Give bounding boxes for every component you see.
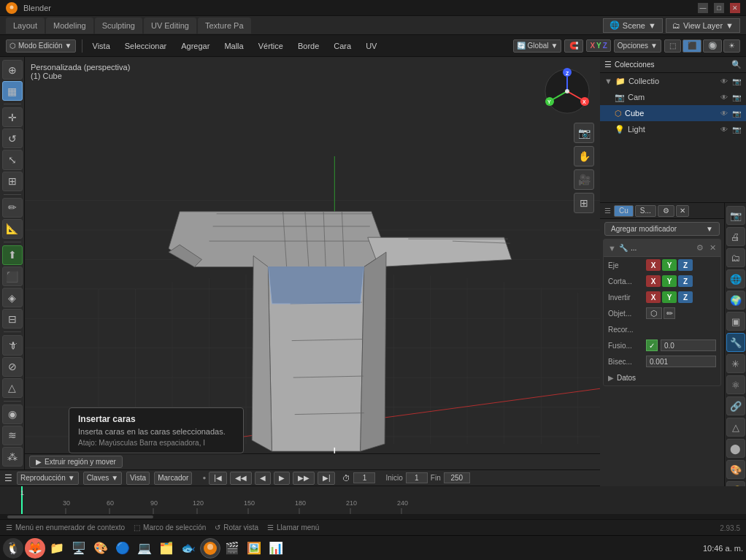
menu-face[interactable]: Cara [329,40,355,52]
object-props-icon[interactable]: ▣ [726,312,745,331]
output-props-icon[interactable]: 🖨 [726,227,745,246]
menu-mesh[interactable]: Malla [220,40,247,52]
outliner-cube[interactable]: ⬡ Cube 👁 📷 [600,105,746,121]
select-tool[interactable]: ▦ [2,81,23,101]
object-edit-btn[interactable]: ✏ [664,307,675,319]
bisect-value-input[interactable]: 0.001 [646,356,716,367]
taskbar-chart[interactable]: 📊 [266,538,286,559]
options-button[interactable]: Opciones ▼ [614,39,661,53]
taskbar-terminal[interactable]: 💻 [134,538,155,559]
data-props-icon[interactable]: △ [726,418,745,437]
modifier-close-icon[interactable]: ✕ [710,243,716,253]
zoom-camera-btn[interactable]: 📷 [574,123,594,143]
light-visibility-icon[interactable]: 👁 [719,124,729,134]
transform-tool[interactable]: ⊞ [2,172,23,191]
taskbar-blender[interactable] [200,538,220,559]
menu-uv[interactable]: UV [361,40,381,52]
collection-render-icon[interactable]: 📷 [731,76,742,86]
taskbar-firefox[interactable]: 🦊 [25,538,45,559]
cube-visibility-icon[interactable]: 👁 [719,108,729,118]
extra1-props-icon[interactable]: 🎨 [726,460,745,479]
particles-props-icon[interactable]: ✳ [726,354,745,373]
scene-props-icon[interactable]: 🌐 [726,269,745,288]
knife-tool[interactable]: 🗡 [2,335,23,355]
cam-render-icon[interactable]: 📷 [731,92,742,102]
bevel-tool[interactable]: ◈ [2,288,23,307]
material-btn[interactable]: 🔘 [703,39,722,53]
taskbar-clapboard[interactable]: 🎬 [222,538,242,559]
maximize-button[interactable]: □ [714,3,724,13]
menu-add[interactable]: Agregar [177,40,214,52]
physics-props-icon[interactable]: ⚛ [726,375,745,394]
taskbar-files[interactable]: 📁 [47,538,67,559]
view-layer-selector[interactable]: 🗂 View Layer ▼ [666,18,740,33]
cube-render-icon[interactable]: 📷 [731,108,742,118]
smooth-tool[interactable]: ≋ [2,426,23,445]
rotate-tool[interactable]: ↺ [2,129,23,148]
end-frame-input[interactable]: 250 [444,472,470,483]
viewport-3d[interactable]: Personalizada (perspectiva) (1) Cube Z X [25,57,600,469]
move-tool[interactable]: ✛ [2,107,23,127]
taskbar-blue[interactable]: 🔵 [112,538,133,559]
next-frame-btn[interactable]: ▶▶ [293,472,315,485]
solid-btn[interactable]: ⬛ [682,39,701,53]
current-frame-input[interactable]: 1 [353,472,375,483]
close-button[interactable]: ✕ [730,3,740,13]
measure-tool[interactable]: 📐 [2,219,23,239]
props-close-btn[interactable]: ✕ [676,205,689,217]
outliner-filter-icon[interactable]: 🔍 [731,60,742,69]
axis-x-button[interactable]: X [646,259,661,271]
menu-view[interactable]: Vista [88,40,115,52]
taskbar-filemgr[interactable]: 🗂️ [156,538,177,559]
annotate-tool[interactable]: ✏ [2,198,23,218]
taskbar-fish[interactable]: 🐟 [178,538,199,559]
light-render-icon[interactable]: 📷 [731,124,742,134]
taskbar-start[interactable]: 🐧 [3,538,23,559]
outliner-light[interactable]: 💡 Light 👁 📷 [600,121,746,137]
flip-y-button[interactable]: Y [662,291,677,303]
menu-edge[interactable]: Borde [293,40,323,52]
flip-z-button[interactable]: Z [678,291,693,303]
props-tab-cu[interactable]: Cu [614,205,634,217]
transform-selector[interactable]: 🔄 Global ▼ [513,39,562,53]
keys-selector[interactable]: Claves ▼ [83,472,122,485]
scene-selector[interactable]: 🌐 Scene ▼ [603,18,663,33]
rendered-btn[interactable]: ☀ [723,39,740,53]
tab-texture-paint[interactable]: Texture Pa [198,18,251,34]
menu-select[interactable]: Seleccionar [120,40,171,52]
axis-z-button[interactable]: Z [678,259,693,271]
fusion-value-input[interactable]: 0.0 [661,340,716,351]
flip-x-button[interactable]: X [646,291,661,303]
reproduction-selector[interactable]: Reproducción ▼ [17,472,79,485]
bisect-y-button[interactable]: Y [662,275,677,287]
step-back-btn[interactable]: ◀◀ [230,472,252,485]
cursor-tool[interactable]: ⊕ [2,60,23,80]
spin-tool[interactable]: ◉ [2,404,23,424]
cam-visibility-icon[interactable]: 👁 [719,92,729,102]
scale-tool[interactable]: ⤡ [2,150,23,169]
minimize-button[interactable]: — [698,3,708,13]
start-frame-input[interactable]: 1 [406,472,428,483]
inset-tool[interactable]: ⬛ [2,266,23,286]
jump-end-btn[interactable]: ▶| [318,472,336,485]
object-icon-btn[interactable]: ⬡ [646,307,662,319]
constraints-props-icon[interactable]: 🔗 [726,396,745,415]
jump-start-btn[interactable]: |◀ [209,472,227,485]
taskbar-image[interactable]: 🖼️ [244,538,264,559]
axis-y-button[interactable]: Y [662,259,677,271]
tab-sculpting[interactable]: Sculpting [95,18,142,34]
timeline-body[interactable]: 1 30 60 90 120 150 180 210 240 [0,486,746,519]
taskbar-paint[interactable]: 🎨 [91,538,111,559]
tab-layout[interactable]: Layout [6,18,45,34]
camera-projection-btn[interactable]: ⊞ [574,193,594,213]
extrude-region-button[interactable]: ▶ Extruir región y mover [29,456,123,468]
props-tab-s[interactable]: S... [635,205,656,217]
timeline-view-selector[interactable]: Vista [126,472,150,485]
fusion-checkbox[interactable]: ✓ [646,340,658,351]
props-tab-gear[interactable]: ⚙ [658,205,674,217]
prev-frame-btn[interactable]: ◀ [255,472,271,485]
poly-build-tool[interactable]: △ [2,378,23,398]
menu-vertex[interactable]: Vértice [254,40,288,52]
extrude-tool[interactable]: ⬆ [2,245,23,265]
add-modifier-button[interactable]: Agregar modificador ▼ [604,222,720,236]
